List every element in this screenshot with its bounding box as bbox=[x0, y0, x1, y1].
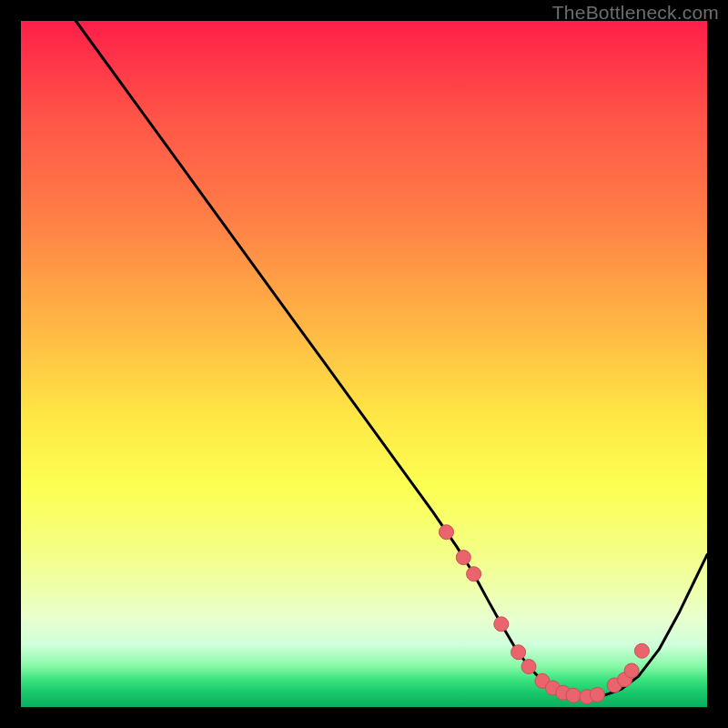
marker-point bbox=[440, 525, 454, 540]
highlight-markers bbox=[440, 525, 650, 704]
marker-point bbox=[511, 645, 526, 660]
chart-frame: TheBottleneck.com bbox=[0, 0, 728, 728]
marker-point bbox=[634, 643, 649, 658]
marker-point bbox=[590, 687, 604, 702]
bottleneck-curve bbox=[76, 21, 707, 697]
chart-svg bbox=[21, 21, 707, 707]
marker-point bbox=[566, 688, 581, 703]
marker-point bbox=[521, 660, 536, 674]
marker-point bbox=[494, 617, 509, 632]
marker-point bbox=[467, 567, 481, 581]
plot-area bbox=[21, 21, 707, 707]
marker-point bbox=[456, 551, 470, 565]
marker-point bbox=[624, 663, 639, 678]
watermark-text: TheBottleneck.com bbox=[552, 2, 719, 24]
